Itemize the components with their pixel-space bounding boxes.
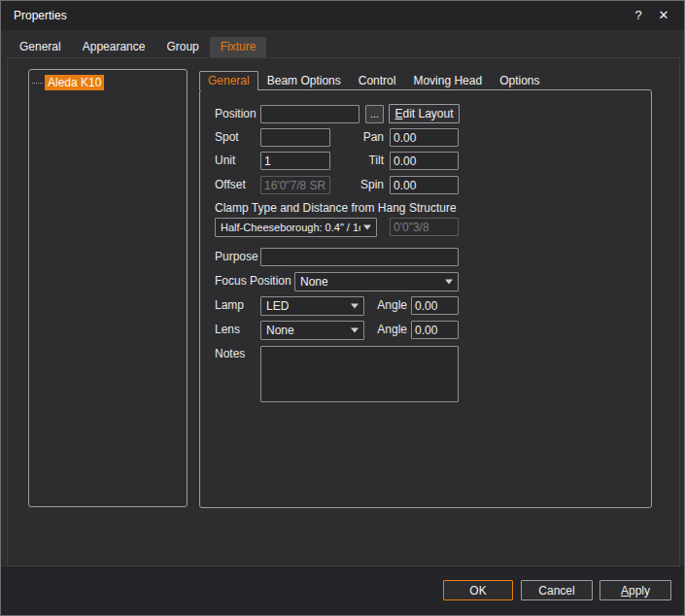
fixture-subtab-bar: General Beam Options Control Moving Head… <box>199 71 549 90</box>
lamp-label: Lamp <box>215 296 244 315</box>
position-browse-button[interactable]: ... <box>365 105 384 123</box>
tilt-input[interactable] <box>390 152 459 170</box>
offset-input <box>260 176 330 194</box>
tab-appearance[interactable]: Appearance <box>72 37 156 57</box>
fixture-tree[interactable]: Aleda K10 <box>28 69 188 507</box>
lamp-select[interactable]: LED <box>260 296 364 316</box>
chevron-down-icon <box>351 328 359 333</box>
tilt-label: Tilt <box>352 152 384 170</box>
cancel-button[interactable]: Cancel <box>521 580 593 600</box>
notes-label: Notes <box>215 345 245 363</box>
tree-connector <box>32 83 43 84</box>
subtab-beam-options[interactable]: Beam Options <box>258 71 350 90</box>
lens-angle-label: Angle <box>375 321 407 339</box>
pan-input[interactable] <box>390 128 459 147</box>
ok-button[interactable]: OK <box>443 580 513 600</box>
lens-select[interactable]: None <box>260 321 364 340</box>
offset-label: Offset <box>215 176 246 194</box>
chevron-down-icon <box>445 280 453 285</box>
lens-angle-input[interactable] <box>411 321 459 339</box>
spot-input[interactable] <box>260 128 330 147</box>
clamp-section-label: Clamp Type and Distance from Hang Struct… <box>215 199 457 218</box>
focus-position-select[interactable]: None <box>294 272 459 291</box>
titlebar[interactable]: Properties ? ✕ <box>1 1 684 30</box>
help-icon[interactable]: ? <box>626 5 651 26</box>
tab-general[interactable]: General <box>9 37 72 57</box>
lamp-value: LED <box>266 299 289 313</box>
subtab-control[interactable]: Control <box>350 71 405 90</box>
purpose-label: Purpose <box>215 248 258 266</box>
lens-value: None <box>266 324 294 337</box>
edit-layout-button[interactable]: Edit Layout <box>389 104 460 123</box>
purpose-input[interactable] <box>260 248 459 266</box>
spin-input[interactable] <box>390 176 459 194</box>
main-tab-bar: General Appearance Group Fixture <box>9 37 266 57</box>
general-subtab-panel: Position ... Edit Layout Spot Pan Unit T… <box>199 89 652 508</box>
tab-group[interactable]: Group <box>155 37 209 57</box>
spin-label: Spin <box>352 176 384 194</box>
notes-textarea[interactable] <box>260 346 459 402</box>
lens-label: Lens <box>215 321 240 339</box>
position-label: Position <box>215 105 257 123</box>
tree-item-label[interactable]: Aleda K10 <box>45 75 104 90</box>
spot-label: Spot <box>215 128 239 147</box>
window-title: Properties <box>14 9 67 22</box>
pan-label: Pan <box>352 128 384 147</box>
lamp-angle-label: Angle <box>375 296 407 315</box>
focus-position-label: Focus Position <box>215 272 291 291</box>
lamp-angle-input[interactable] <box>411 296 459 315</box>
subtab-general[interactable]: General <box>199 71 258 90</box>
clamp-type-value: Half-Cheeseborough: 0.4" / 1c <box>221 222 360 233</box>
subtab-moving-head[interactable]: Moving Head <box>404 71 491 90</box>
fixture-tab-content: Aleda K10 General Beam Options Control M… <box>7 57 680 566</box>
position-input[interactable] <box>260 105 360 123</box>
apply-button[interactable]: Apply <box>599 580 671 600</box>
clamp-distance-input <box>390 218 459 236</box>
chevron-down-icon <box>363 225 371 230</box>
subtab-options[interactable]: Options <box>491 71 548 90</box>
unit-label: Unit <box>215 152 235 170</box>
footer: OK Cancel Apply <box>1 567 684 615</box>
tab-fixture[interactable]: Fixture <box>210 37 267 57</box>
tree-item[interactable]: Aleda K10 <box>29 70 187 90</box>
clamp-type-select[interactable]: Half-Cheeseborough: 0.4" / 1c <box>215 218 377 237</box>
close-icon[interactable]: ✕ <box>651 5 676 26</box>
focus-position-value: None <box>300 275 328 289</box>
properties-dialog: Properties ? ✕ General Appearance Group … <box>0 0 685 616</box>
unit-input[interactable] <box>260 152 330 170</box>
chevron-down-icon <box>351 304 359 309</box>
